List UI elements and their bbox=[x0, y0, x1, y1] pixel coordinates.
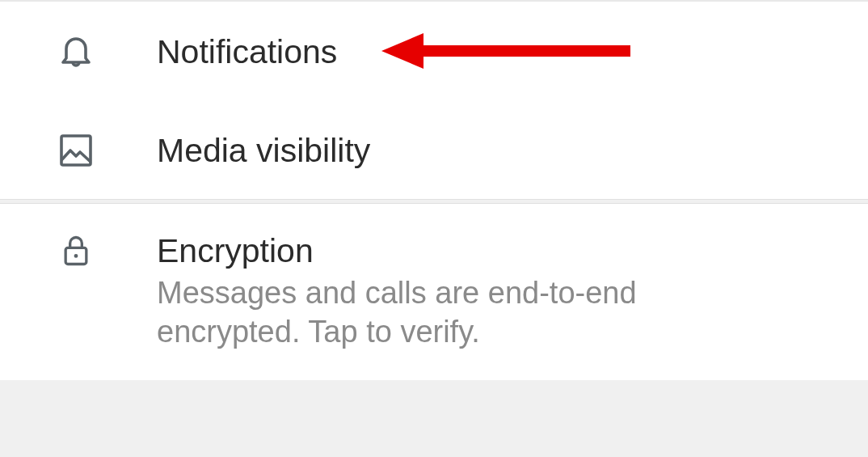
settings-item-encryption[interactable]: Encryption Messages and calls are end-to… bbox=[0, 204, 868, 380]
image-icon bbox=[55, 129, 97, 171]
bell-icon bbox=[55, 31, 97, 73]
settings-item-notifications[interactable]: Notifications bbox=[0, 2, 868, 100]
annotation-arrow bbox=[380, 27, 638, 75]
settings-section-1: Notifications Media visibility bbox=[0, 2, 868, 199]
settings-item-title: Media visibility bbox=[157, 133, 370, 169]
settings-item-text: Encryption Messages and calls are end-to… bbox=[157, 233, 771, 351]
settings-item-media-visibility[interactable]: Media visibility bbox=[0, 100, 868, 199]
settings-item-text: Media visibility bbox=[157, 133, 370, 169]
svg-marker-1 bbox=[381, 33, 423, 69]
settings-section-2: Encryption Messages and calls are end-to… bbox=[0, 204, 868, 380]
settings-item-title: Encryption bbox=[157, 233, 771, 269]
lock-icon bbox=[55, 230, 97, 272]
settings-item-subtitle: Messages and calls are end-to-end encryp… bbox=[157, 274, 771, 351]
settings-item-text: Notifications bbox=[157, 34, 337, 70]
svg-rect-2 bbox=[61, 136, 91, 165]
settings-item-title: Notifications bbox=[157, 34, 337, 70]
svg-point-4 bbox=[74, 254, 78, 258]
